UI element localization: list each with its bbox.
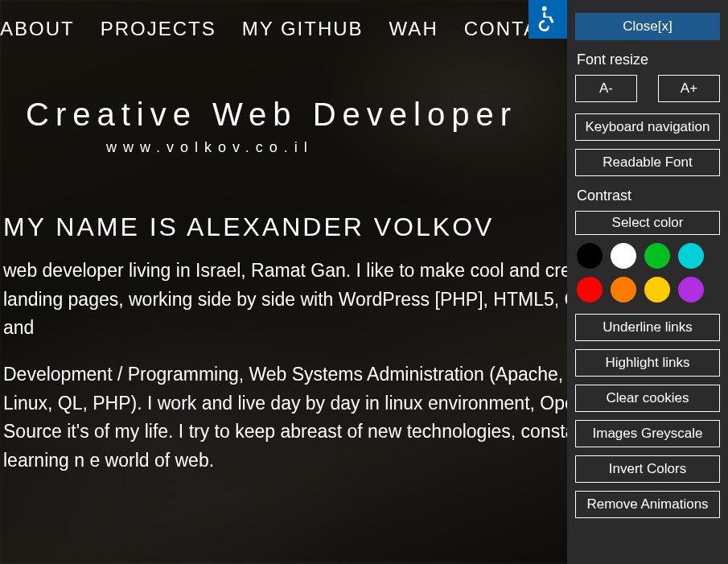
swatch-black[interactable] xyxy=(577,243,603,269)
images-greyscale-button[interactable]: Images Greyscale xyxy=(575,420,720,447)
font-increase-button[interactable]: A+ xyxy=(658,75,720,102)
font-decrease-button[interactable]: A- xyxy=(575,75,637,102)
nav-github[interactable]: MY GITHUB xyxy=(242,18,364,40)
accessibility-sidebar: Close[x] Font resize A- A+ Keyboard navi… xyxy=(567,0,728,564)
close-button[interactable]: Close[x] xyxy=(575,13,720,40)
swatch-cyan[interactable] xyxy=(678,243,704,269)
nav-about[interactable]: ABOUT xyxy=(0,18,75,40)
underline-links-button[interactable]: Underline links xyxy=(575,314,720,341)
swatch-green[interactable] xyxy=(644,243,670,269)
nav-projects[interactable]: PROJECTS xyxy=(101,18,216,40)
accessibility-toggle[interactable] xyxy=(529,0,567,39)
contrast-label: Contrast xyxy=(577,187,720,204)
remove-animations-button[interactable]: Remove Animations xyxy=(575,491,720,518)
swatch-white[interactable] xyxy=(611,243,636,269)
swatch-red[interactable] xyxy=(577,277,603,303)
clear-cookies-button[interactable]: Clear cookies xyxy=(575,385,720,412)
invert-colors-button[interactable]: Invert Colors xyxy=(575,455,720,483)
intro-paragraph-2: Development / Programming, Web Systems A… xyxy=(3,360,615,475)
swatch-purple[interactable] xyxy=(678,277,704,303)
font-resize-label: Font resize xyxy=(577,51,720,68)
nav-wah[interactable]: WAH xyxy=(389,18,438,40)
readable-font-button[interactable]: Readable Font xyxy=(575,149,720,176)
keyboard-navigation-button[interactable]: Keyboard navigation xyxy=(575,113,720,141)
wheelchair-icon xyxy=(534,4,561,35)
highlight-links-button[interactable]: Highlight links xyxy=(575,349,720,377)
swatch-orange[interactable] xyxy=(611,277,636,303)
intro-paragraph-1: web developer living in Israel, Ramat Ga… xyxy=(3,257,615,343)
swatch-yellow[interactable] xyxy=(644,277,670,303)
color-swatches xyxy=(575,241,720,314)
select-color-button[interactable]: Select color xyxy=(575,211,720,235)
svg-point-0 xyxy=(542,6,547,11)
